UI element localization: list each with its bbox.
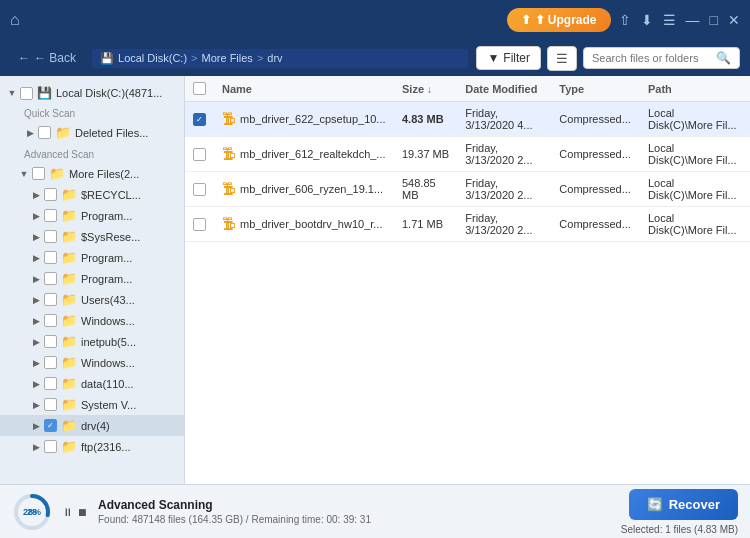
upgrade-button[interactable]: ⬆ ⬆ Upgrade: [507, 8, 611, 32]
sidebar-item-label-2: $SysRese...: [81, 231, 140, 243]
sidebar-item-1[interactable]: ▶📁Program...: [0, 205, 184, 226]
folder-icon: 📁: [61, 376, 77, 391]
sidebar-more-checkbox[interactable]: [32, 167, 45, 180]
sidebar-item-6[interactable]: ▶📁Windows...: [0, 310, 184, 331]
sidebar-item-9[interactable]: ▶📁data(110...: [0, 373, 184, 394]
file-path: Local Disk(C)\More Fil...: [640, 207, 750, 242]
sidebar-item-label-11: drv(4): [81, 420, 110, 432]
sidebar-item-checkbox-0[interactable]: [44, 188, 57, 201]
sidebar-item-checkbox-6[interactable]: [44, 314, 57, 327]
filter-label: Filter: [503, 51, 530, 65]
file-checkbox-2[interactable]: [193, 183, 206, 196]
sidebar-item-5[interactable]: ▶📁Users(43...: [0, 289, 184, 310]
file-date: Friday, 3/13/2020 4...: [457, 102, 551, 137]
header-date[interactable]: Date Modified: [457, 76, 551, 102]
file-checkbox-3[interactable]: [193, 218, 206, 231]
breadcrumb-sep1: >: [191, 52, 197, 64]
breadcrumb-folder2[interactable]: drv: [267, 52, 282, 64]
sidebar-item-label-0: $RECYCL...: [81, 189, 141, 201]
sidebar-item-0[interactable]: ▶📁$RECYCL...: [0, 184, 184, 205]
file-date: Friday, 3/13/2020 2...: [457, 137, 551, 172]
file-checkbox-1[interactable]: [193, 148, 206, 161]
sidebar-root-item[interactable]: ▼ 💾 Local Disk(C:)(4871...: [0, 82, 184, 104]
sidebar-item-checkbox-3[interactable]: [44, 251, 57, 264]
sidebar-item-7[interactable]: ▶📁inetpub(5...: [0, 331, 184, 352]
header-path[interactable]: Path: [640, 76, 750, 102]
stop-icon[interactable]: ⏹: [77, 506, 88, 518]
drive-icon: 💾: [37, 86, 52, 100]
file-date: Friday, 3/13/2020 2...: [457, 207, 551, 242]
sidebar-item-2[interactable]: ▶📁$SysRese...: [0, 226, 184, 247]
sidebar-item-checkbox-1[interactable]: [44, 209, 57, 222]
sidebar-item-label-3: Program...: [81, 252, 132, 264]
quick-scan-label: Quick Scan: [14, 104, 83, 121]
share-icon[interactable]: ⇧: [619, 12, 631, 28]
header-date-label: Date Modified: [465, 83, 537, 95]
close-icon[interactable]: ✕: [728, 12, 740, 28]
table-row[interactable]: 🗜mb_driver_622_cpsetup_10...4.83 MBFrida…: [185, 102, 750, 137]
sidebar-item-10[interactable]: ▶📁System V...: [0, 394, 184, 415]
sidebar-item-12[interactable]: ▶📁ftp(2316...: [0, 436, 184, 457]
sidebar-item-checkbox-12[interactable]: [44, 440, 57, 453]
file-type: Compressed...: [551, 172, 640, 207]
sidebar-root-checkbox[interactable]: [20, 87, 33, 100]
status-bar: 28 28% ⏸ ⏹ Advanced Scanning Found: 4871…: [0, 484, 750, 538]
header-size-label: Size: [402, 83, 424, 95]
sidebar-item-checkbox-9[interactable]: [44, 377, 57, 390]
sidebar-item-checkbox-8[interactable]: [44, 356, 57, 369]
sidebar-item-checkbox-7[interactable]: [44, 335, 57, 348]
file-table: Name Size ↓ Date Modified Type: [185, 76, 750, 242]
back-button[interactable]: ← ← Back: [10, 47, 84, 69]
maximize-icon[interactable]: □: [710, 12, 718, 28]
file-name: mb_driver_622_cpsetup_10...: [240, 113, 386, 125]
header-type[interactable]: Type: [551, 76, 640, 102]
file-checkbox-0[interactable]: [193, 113, 206, 126]
search-input[interactable]: [592, 52, 712, 64]
expand-arrow: ▼: [6, 88, 18, 98]
folder-icon: 📁: [61, 334, 77, 349]
filter-button[interactable]: ▼ Filter: [476, 46, 541, 70]
file-path: Local Disk(C)\More Fil...: [640, 172, 750, 207]
minimize-icon[interactable]: —: [686, 12, 700, 28]
pause-icon[interactable]: ⏸: [62, 506, 73, 518]
header-size[interactable]: Size ↓: [394, 76, 457, 102]
table-row[interactable]: 🗜mb_driver_606_ryzen_19.1...548.85 MBFri…: [185, 172, 750, 207]
sidebar-item-checkbox-11[interactable]: [44, 419, 57, 432]
sidebar-item-label-10: System V...: [81, 399, 136, 411]
table-row[interactable]: 🗜mb_driver_bootdrv_hw10_r...1.71 MBFrida…: [185, 207, 750, 242]
sidebar-item-checkbox-2[interactable]: [44, 230, 57, 243]
select-all-checkbox[interactable]: [193, 82, 206, 95]
main-content: ▼ 💾 Local Disk(C:)(4871... Quick Scan ▶ …: [0, 76, 750, 484]
upgrade-label: ⬆ Upgrade: [535, 13, 597, 27]
sidebar-item-8[interactable]: ▶📁Windows...: [0, 352, 184, 373]
search-icon[interactable]: 🔍: [716, 51, 731, 65]
sidebar-item-checkbox-4[interactable]: [44, 272, 57, 285]
header-checkbox[interactable]: [185, 76, 214, 102]
upgrade-icon: ⬆: [521, 13, 531, 27]
sidebar-item-more-files[interactable]: ▼ 📁 More Files(2...: [0, 163, 184, 184]
file-scroll[interactable]: Name Size ↓ Date Modified Type: [185, 76, 750, 484]
menu-icon[interactable]: ☰: [663, 12, 676, 28]
nav-bar: ← ← Back 💾 Local Disk(C:) > More Files >…: [0, 40, 750, 76]
home-icon[interactable]: ⌂: [10, 11, 20, 29]
list-view-button[interactable]: ☰: [547, 46, 577, 71]
folder-icon: 📁: [61, 292, 77, 307]
sidebar-item-checkbox-5[interactable]: [44, 293, 57, 306]
sidebar-item-4[interactable]: ▶📁Program...: [0, 268, 184, 289]
breadcrumb-drive[interactable]: Local Disk(C:): [118, 52, 187, 64]
folder-icon: 📁: [61, 439, 77, 454]
file-area: Name Size ↓ Date Modified Type: [185, 76, 750, 484]
sidebar-deleted-checkbox[interactable]: [38, 126, 51, 139]
header-path-label: Path: [648, 83, 672, 95]
save-icon[interactable]: ⬇: [641, 12, 653, 28]
sidebar: ▼ 💾 Local Disk(C:)(4871... Quick Scan ▶ …: [0, 76, 185, 484]
sidebar-item-checkbox-10[interactable]: [44, 398, 57, 411]
folder-icon: 📁: [61, 271, 77, 286]
sidebar-item-deleted[interactable]: ▶ 📁 Deleted Files...: [0, 122, 184, 143]
breadcrumb-folder1[interactable]: More Files: [202, 52, 253, 64]
header-name[interactable]: Name: [214, 76, 394, 102]
table-row[interactable]: 🗜mb_driver_612_realtekdch_...19.37 MBFri…: [185, 137, 750, 172]
recover-button[interactable]: 🔄 Recover: [629, 489, 738, 520]
sidebar-item-3[interactable]: ▶📁Program...: [0, 247, 184, 268]
sidebar-item-11[interactable]: ▶📁drv(4): [0, 415, 184, 436]
